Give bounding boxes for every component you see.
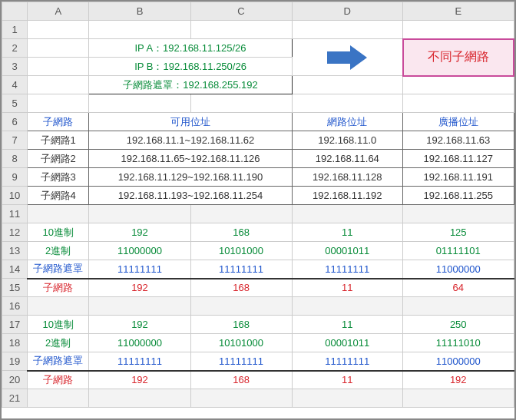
row-11[interactable]: 11 — [2, 205, 28, 223]
cell[interactable] — [403, 389, 514, 408]
label-bin[interactable]: 2進制 — [28, 242, 89, 260]
cell[interactable] — [28, 76, 89, 94]
calc2-res-2[interactable]: 11 — [292, 371, 402, 389]
cell[interactable] — [89, 205, 190, 223]
cell[interactable] — [190, 389, 292, 408]
calc1-res-3[interactable]: 64 — [403, 279, 514, 297]
table-row-usable[interactable]: 192.168.11.1~192.168.11.62 — [89, 131, 292, 150]
table-row-bcast[interactable]: 192.168.11.63 — [403, 131, 514, 150]
hdr-subnet[interactable]: 子網路 — [28, 113, 89, 131]
cell[interactable] — [292, 205, 402, 223]
calc2-dec-3[interactable]: 250 — [403, 316, 514, 334]
hdr-net[interactable]: 網路位址 — [292, 113, 402, 131]
label-bin[interactable]: 2進制 — [28, 334, 89, 352]
cell[interactable] — [89, 389, 190, 408]
row-8[interactable]: 8 — [2, 150, 28, 168]
table-row-name[interactable]: 子網路1 — [28, 131, 89, 150]
table-row-bcast[interactable]: 192.168.11.255 — [403, 187, 514, 205]
label-mask[interactable]: 子網路遮罩 — [28, 260, 89, 279]
calc2-dec-1[interactable]: 168 — [190, 316, 292, 334]
row-10[interactable]: 10 — [2, 187, 28, 205]
row-14[interactable]: 14 — [2, 260, 28, 279]
table-row-bcast[interactable]: 192.168.11.191 — [403, 168, 514, 187]
col-D[interactable]: D — [292, 2, 402, 21]
row-7[interactable]: 7 — [2, 131, 28, 150]
calc1-bin-3[interactable]: 01111101 — [403, 242, 514, 260]
cell[interactable] — [403, 76, 514, 94]
label-subnet[interactable]: 子網路 — [28, 371, 89, 389]
cell[interactable] — [292, 389, 402, 408]
calc2-dec-2[interactable]: 11 — [292, 316, 402, 334]
calc1-mask-0[interactable]: 11111111 — [89, 260, 190, 279]
cell[interactable] — [403, 297, 514, 316]
row-2[interactable]: 2 — [2, 39, 28, 58]
table-row-name[interactable]: 子網路4 — [28, 187, 89, 205]
row-20[interactable]: 20 — [2, 371, 28, 389]
row-13[interactable]: 13 — [2, 242, 28, 260]
cell[interactable] — [89, 297, 190, 316]
calc1-dec-3[interactable]: 125 — [403, 223, 514, 242]
col-E[interactable]: E — [403, 2, 514, 21]
ip-a[interactable]: IP A：192.168.11.125/26 — [89, 39, 292, 58]
cell[interactable] — [190, 21, 292, 39]
label-subnet[interactable]: 子網路 — [28, 279, 89, 297]
table-row-name[interactable]: 子網路3 — [28, 168, 89, 187]
row-15[interactable]: 15 — [2, 279, 28, 297]
row-18[interactable]: 18 — [2, 334, 28, 352]
calc2-bin-0[interactable]: 11000000 — [89, 334, 190, 352]
col-A[interactable]: A — [28, 2, 89, 21]
table-row-net[interactable]: 192.168.11.192 — [292, 187, 402, 205]
subnet-mask-input[interactable]: 子網路遮罩：192.168.255.192 — [89, 76, 292, 94]
calc1-dec-2[interactable]: 11 — [292, 223, 402, 242]
hdr-usable[interactable]: 可用位址 — [89, 113, 292, 131]
row-3[interactable]: 3 — [2, 58, 28, 76]
cell[interactable] — [28, 39, 89, 58]
calc2-mask-0[interactable]: 11111111 — [89, 352, 190, 371]
cell[interactable] — [28, 205, 89, 223]
calc1-dec-1[interactable]: 168 — [190, 223, 292, 242]
table-row-usable[interactable]: 192.168.11.65~192.168.11.126 — [89, 150, 292, 168]
row-4[interactable]: 4 — [2, 76, 28, 94]
table-row-usable[interactable]: 192.168.11.129~192.168.11.190 — [89, 168, 292, 187]
calc2-res-3[interactable]: 192 — [403, 371, 514, 389]
table-row-net[interactable]: 192.168.11.0 — [292, 131, 402, 150]
cell[interactable] — [403, 205, 514, 223]
calc1-res-0[interactable]: 192 — [89, 279, 190, 297]
label-dec[interactable]: 10進制 — [28, 223, 89, 242]
row-1[interactable]: 1 — [2, 21, 28, 39]
calc2-bin-1[interactable]: 10101000 — [190, 334, 292, 352]
cell[interactable] — [28, 297, 89, 316]
label-dec[interactable]: 10進制 — [28, 316, 89, 334]
ip-b[interactable]: IP B：192.168.11.250/26 — [89, 58, 292, 76]
table-row-usable[interactable]: 192.168.11.193~192.168.11.254 — [89, 187, 292, 205]
cell[interactable] — [403, 21, 514, 39]
cell[interactable] — [190, 94, 292, 113]
calc2-mask-2[interactable]: 11111111 — [292, 352, 402, 371]
row-21[interactable]: 21 — [2, 389, 28, 408]
row-9[interactable]: 9 — [2, 168, 28, 187]
calc2-mask-3[interactable]: 11000000 — [403, 352, 514, 371]
table-row-name[interactable]: 子網路2 — [28, 150, 89, 168]
row-19[interactable]: 19 — [2, 352, 28, 371]
calc1-res-2[interactable]: 11 — [292, 279, 402, 297]
cell[interactable] — [89, 94, 190, 113]
row-12[interactable]: 12 — [2, 223, 28, 242]
calc2-bin-3[interactable]: 11111010 — [403, 334, 514, 352]
cell[interactable] — [190, 297, 292, 316]
calc1-mask-2[interactable]: 11111111 — [292, 260, 402, 279]
cell[interactable] — [28, 21, 89, 39]
row-16[interactable]: 16 — [2, 297, 28, 316]
calc1-bin-1[interactable]: 10101000 — [190, 242, 292, 260]
cell[interactable] — [190, 205, 292, 223]
cell[interactable] — [292, 21, 402, 39]
result-cell[interactable]: 不同子網路 — [403, 39, 514, 76]
calc1-dec-0[interactable]: 192 — [89, 223, 190, 242]
cell[interactable] — [292, 297, 402, 316]
cell[interactable] — [28, 389, 89, 408]
calc2-res-0[interactable]: 192 — [89, 371, 190, 389]
row-6[interactable]: 6 — [2, 113, 28, 131]
row-17[interactable]: 17 — [2, 316, 28, 334]
label-mask[interactable]: 子網路遮罩 — [28, 352, 89, 371]
calc2-mask-1[interactable]: 11111111 — [190, 352, 292, 371]
calc2-res-1[interactable]: 168 — [190, 371, 292, 389]
